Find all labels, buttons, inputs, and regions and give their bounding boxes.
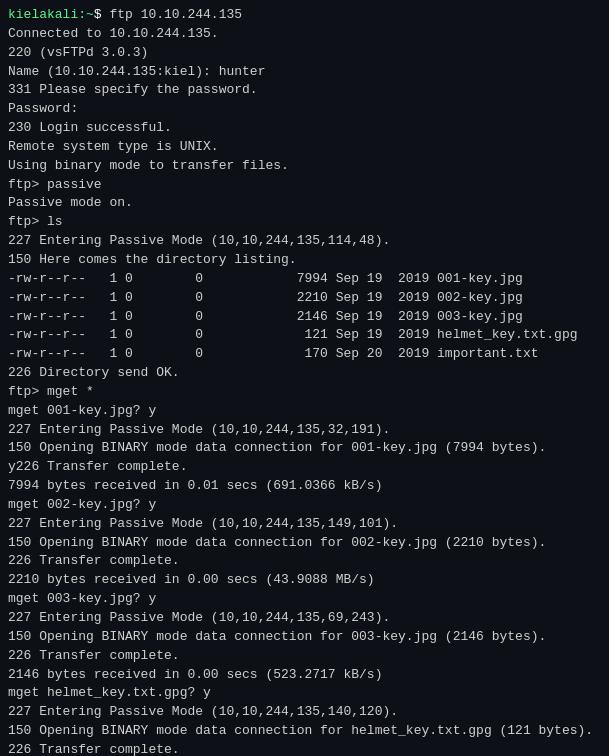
terminal-line: 150 Opening BINARY mode data connection … <box>8 628 601 647</box>
terminal-line: -rw-r--r-- 1 0 0 170 Sep 20 2019 importa… <box>8 345 601 364</box>
terminal-line: y226 Transfer complete. <box>8 458 601 477</box>
terminal-line: ftp> mget * <box>8 383 601 402</box>
terminal-line: 150 Opening BINARY mode data connection … <box>8 722 601 741</box>
terminal-line: 226 Transfer complete. <box>8 741 601 756</box>
terminal-line: ftp> passive <box>8 176 601 195</box>
terminal-line: Passive mode on. <box>8 194 601 213</box>
terminal-line: ftp> ls <box>8 213 601 232</box>
terminal-line: mget 002-key.jpg? y <box>8 496 601 515</box>
terminal-line: -rw-r--r-- 1 0 0 7994 Sep 19 2019 001-ke… <box>8 270 601 289</box>
terminal-line: 226 Directory send OK. <box>8 364 601 383</box>
terminal-line: 227 Entering Passive Mode (10,10,244,135… <box>8 703 601 722</box>
terminal-line: 230 Login successful. <box>8 119 601 138</box>
terminal-line: kielakali:~$ ftp 10.10.244.135 <box>8 6 601 25</box>
terminal-line: Password: <box>8 100 601 119</box>
terminal-line: Connected to 10.10.244.135. <box>8 25 601 44</box>
terminal-line: 226 Transfer complete. <box>8 552 601 571</box>
terminal-line: 226 Transfer complete. <box>8 647 601 666</box>
terminal-line: 227 Entering Passive Mode (10,10,244,135… <box>8 515 601 534</box>
terminal-line: Name (10.10.244.135:kiel): hunter <box>8 63 601 82</box>
terminal-line: 331 Please specify the password. <box>8 81 601 100</box>
terminal-line: 2210 bytes received in 0.00 secs (43.908… <box>8 571 601 590</box>
terminal: kielakali:~$ ftp 10.10.244.135Connected … <box>0 0 609 756</box>
terminal-line: Using binary mode to transfer files. <box>8 157 601 176</box>
terminal-line: 227 Entering Passive Mode (10,10,244,135… <box>8 609 601 628</box>
terminal-line: mget 001-key.jpg? y <box>8 402 601 421</box>
terminal-line: -rw-r--r-- 1 0 0 121 Sep 19 2019 helmet_… <box>8 326 601 345</box>
terminal-line: -rw-r--r-- 1 0 0 2210 Sep 19 2019 002-ke… <box>8 289 601 308</box>
terminal-line: 227 Entering Passive Mode (10,10,244,135… <box>8 232 601 251</box>
terminal-line: 150 Opening BINARY mode data connection … <box>8 534 601 553</box>
terminal-line: 150 Opening BINARY mode data connection … <box>8 439 601 458</box>
terminal-line: Remote system type is UNIX. <box>8 138 601 157</box>
terminal-line: 220 (vsFTPd 3.0.3) <box>8 44 601 63</box>
terminal-line: mget 003-key.jpg? y <box>8 590 601 609</box>
terminal-line: -rw-r--r-- 1 0 0 2146 Sep 19 2019 003-ke… <box>8 308 601 327</box>
terminal-line: 7994 bytes received in 0.01 secs (691.03… <box>8 477 601 496</box>
terminal-line: 2146 bytes received in 0.00 secs (523.27… <box>8 666 601 685</box>
terminal-line: mget helmet_key.txt.gpg? y <box>8 684 601 703</box>
terminal-line: 227 Entering Passive Mode (10,10,244,135… <box>8 421 601 440</box>
terminal-line: 150 Here comes the directory listing. <box>8 251 601 270</box>
